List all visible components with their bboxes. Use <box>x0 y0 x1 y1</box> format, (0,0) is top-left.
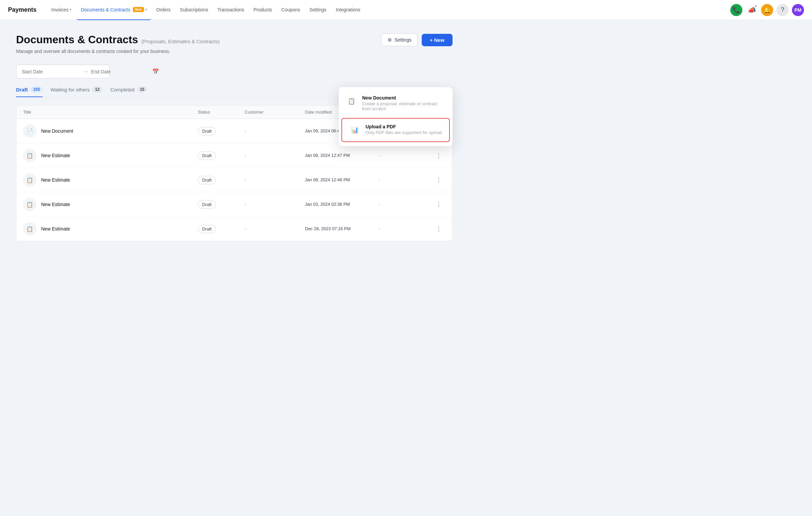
chevron-down-icon: ▾ <box>69 8 71 11</box>
tab-completed[interactable]: Completed 15 <box>110 86 147 97</box>
status-cell: Draft <box>198 176 245 184</box>
status-cell: Draft <box>198 152 245 160</box>
arrow-icon: → <box>83 69 88 75</box>
bell-icon[interactable]: 🔔 <box>761 4 773 16</box>
page-title: Documents & Contracts (Proposals, Estima… <box>16 33 220 46</box>
nav-right-icons: 📞 📣 🔔 ? PM <box>730 4 804 16</box>
nav-item-products[interactable]: Products <box>249 0 276 20</box>
status-badge: Draft <box>198 176 216 184</box>
chevron-down-icon: ▾ <box>145 8 147 11</box>
date-cell: Jan 08, 2024 12:47 PM <box>305 152 379 159</box>
doc-icon: 📋 <box>23 198 36 211</box>
document-icon: 📋 <box>345 95 357 107</box>
page-header: Documents & Contracts (Proposals, Estima… <box>16 33 453 54</box>
doc-icon: 📋 <box>23 173 36 187</box>
doc-name: New Estimate <box>41 153 70 158</box>
draft-count-badge: 103 <box>30 86 42 92</box>
doc-cell: 📄 New Document <box>23 124 198 138</box>
customer-cell: - <box>245 177 305 183</box>
page-title-sub: (Proposals, Estimates & Contracts) <box>142 38 220 44</box>
col-customer: Customer <box>245 110 305 115</box>
new-badge: New <box>133 7 144 12</box>
doc-icon: 📋 <box>23 222 36 236</box>
new-button[interactable]: + New <box>422 34 453 46</box>
page-title-group: Documents & Contracts (Proposals, Estima… <box>16 33 220 54</box>
table-row[interactable]: 📋 New Estimate Draft - Jan 03, 2024 02:3… <box>17 192 452 217</box>
status-cell: Draft <box>198 225 245 233</box>
nav-item-transactions[interactable]: Transactions <box>213 0 248 20</box>
doc-name: New Estimate <box>41 226 70 232</box>
more-options-button[interactable]: ⋮ <box>432 225 445 233</box>
settings-button[interactable]: ⚙ Settings <box>381 33 418 46</box>
completed-count-badge: 15 <box>137 86 147 92</box>
pdf-upload-icon: 📊 <box>349 124 361 136</box>
table-row[interactable]: 📋 New Estimate Draft - Jan 08, 2024 12:4… <box>17 143 452 168</box>
new-dropdown-menu: 📋 New Document Create a proposal, estima… <box>339 87 453 146</box>
start-date-input[interactable] <box>22 69 80 74</box>
waiting-count-badge: 12 <box>92 86 102 92</box>
dropdown-new-document-title: New Document <box>362 95 446 101</box>
main-content: Documents & Contracts (Proposals, Estima… <box>0 20 469 249</box>
date-cell: Jan 03, 2024 02:38 PM <box>305 201 379 208</box>
col-status: Status <box>198 110 245 115</box>
brand-logo[interactable]: Payments <box>8 6 36 13</box>
date-cell: Jan 08, 2024 12:46 PM <box>305 176 379 183</box>
customer-cell: - <box>245 202 305 207</box>
value-cell: - <box>379 226 432 232</box>
doc-cell: 📋 New Estimate <box>23 173 198 187</box>
status-badge: Draft <box>198 152 216 160</box>
dropdown-item-new-document[interactable]: 📋 New Document Create a proposal, estima… <box>339 90 453 117</box>
top-navigation: Payments Invoices ▾ Documents & Contract… <box>0 0 812 20</box>
status-badge: Draft <box>198 200 216 209</box>
nav-item-settings[interactable]: Settings <box>306 0 331 20</box>
more-options-button[interactable]: ⋮ <box>432 201 445 208</box>
end-date-input[interactable] <box>91 69 150 74</box>
customer-cell: - <box>245 153 305 158</box>
nav-item-subscriptions[interactable]: Subscriptions <box>176 0 212 20</box>
dropdown-item-upload-pdf[interactable]: 📊 Upload a PDF Only PDF files are suppor… <box>341 118 450 142</box>
table-row[interactable]: 📋 New Estimate Draft - Jan 08, 2024 12:4… <box>17 168 452 192</box>
more-options-button[interactable]: ⋮ <box>432 176 445 184</box>
page-description: Manage and oversee all documents & contr… <box>16 49 220 54</box>
dropdown-upload-desc: Only PDF files are supported for upload <box>366 130 442 135</box>
dropdown-new-document-desc: Create a proposal, estimate or contract … <box>362 101 446 111</box>
nav-item-orders[interactable]: Orders <box>152 0 175 20</box>
doc-name: New Estimate <box>41 177 70 183</box>
nav-item-coupons[interactable]: Coupons <box>278 0 304 20</box>
phone-icon[interactable]: 📞 <box>730 4 743 16</box>
nav-items: Invoices ▾ Documents & Contracts New ▾ O… <box>47 0 730 20</box>
doc-cell: 📋 New Estimate <box>23 198 198 211</box>
nav-item-integrations[interactable]: Integrations <box>332 0 364 20</box>
table-row[interactable]: 📋 New Estimate Draft - Dec 28, 2023 07:1… <box>17 217 452 241</box>
value-cell: - <box>379 202 432 207</box>
more-options-button[interactable]: ⋮ <box>432 152 445 159</box>
megaphone-icon[interactable]: 📣 <box>746 4 758 16</box>
doc-icon: 📄 <box>23 124 36 138</box>
col-title: Title <box>23 110 198 115</box>
help-icon[interactable]: ? <box>777 4 789 16</box>
tab-draft[interactable]: Draft 103 <box>16 86 42 97</box>
value-cell: - <box>379 153 432 158</box>
notification-dot <box>754 5 757 7</box>
tab-waiting[interactable]: Waiting for others 12 <box>51 86 102 97</box>
status-cell: Draft <box>198 200 245 209</box>
status-badge: Draft <box>198 225 216 233</box>
gear-icon: ⚙ <box>387 37 392 43</box>
value-cell: - <box>379 177 432 183</box>
doc-icon: 📋 <box>23 149 36 162</box>
avatar[interactable]: PM <box>792 4 804 16</box>
doc-name: New Estimate <box>41 202 70 207</box>
nav-item-invoices[interactable]: Invoices ▾ <box>47 0 75 20</box>
dropdown-upload-title: Upload a PDF <box>366 124 442 129</box>
date-filter[interactable]: → 📅 <box>16 65 110 78</box>
nav-item-documents[interactable]: Documents & Contracts New ▾ <box>77 0 151 20</box>
doc-name: New Document <box>41 128 73 134</box>
doc-cell: 📋 New Estimate <box>23 222 198 236</box>
date-cell: Dec 28, 2023 07:16 PM <box>305 225 379 232</box>
doc-cell: 📋 New Estimate <box>23 149 198 162</box>
customer-cell: - <box>245 128 305 134</box>
customer-cell: - <box>245 226 305 232</box>
calendar-icon: 📅 <box>152 69 159 75</box>
status-cell: Draft <box>198 127 245 135</box>
status-badge: Draft <box>198 127 216 135</box>
